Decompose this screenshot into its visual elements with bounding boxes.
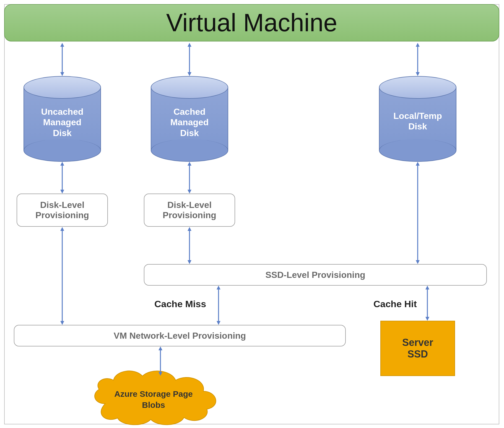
box-vm-net-prov-label: VM Network-Level Provisioning (114, 331, 246, 341)
cylinder-local: Local/Temp Disk (379, 76, 456, 162)
cylinder-cached: Cached Managed Disk (151, 76, 228, 162)
cylinder-bottom-icon (24, 139, 101, 162)
cylinder-top-icon (379, 76, 456, 99)
cylinder-top-icon (151, 76, 228, 99)
server-ssd-label: Server SSD (402, 337, 433, 360)
cloud-azure-storage: Azure Storage Page Blobs (83, 365, 227, 428)
box-ssd-prov: SSD-Level Provisioning (144, 264, 487, 286)
box-ssd-prov-label: SSD-Level Provisioning (266, 270, 365, 280)
cylinder-uncached: Uncached Managed Disk (24, 76, 101, 162)
cache-miss-label: Cache Miss (154, 299, 206, 309)
cylinder-cached-label: Cached Managed Disk (151, 106, 228, 138)
server-ssd-box: Server SSD (380, 321, 455, 376)
cylinder-top-icon (24, 76, 101, 99)
vm-header-label: Virtual Machine (166, 9, 337, 37)
box-disk-prov-2: Disk-Level Provisioning (144, 194, 235, 227)
cylinder-bottom-icon (379, 139, 456, 162)
box-disk-prov-2-label: Disk-Level Provisioning (163, 200, 216, 220)
cylinder-uncached-label: Uncached Managed Disk (24, 106, 101, 138)
box-vm-net-prov: VM Network-Level Provisioning (14, 325, 346, 346)
cache-hit-label: Cache Hit (373, 299, 417, 309)
cloud-label-line1: Azure Storage Page (114, 389, 193, 398)
box-disk-prov-1: Disk-Level Provisioning (17, 194, 108, 227)
diagram-canvas: Virtual Machine Uncached Managed Disk Ca… (0, 0, 504, 428)
cloud-label-line2: Blobs (142, 400, 165, 409)
box-disk-prov-1-label: Disk-Level Provisioning (35, 200, 89, 220)
vm-header: Virtual Machine (4, 4, 499, 41)
cylinder-bottom-icon (151, 139, 228, 162)
cylinder-local-label: Local/Temp Disk (379, 111, 456, 132)
